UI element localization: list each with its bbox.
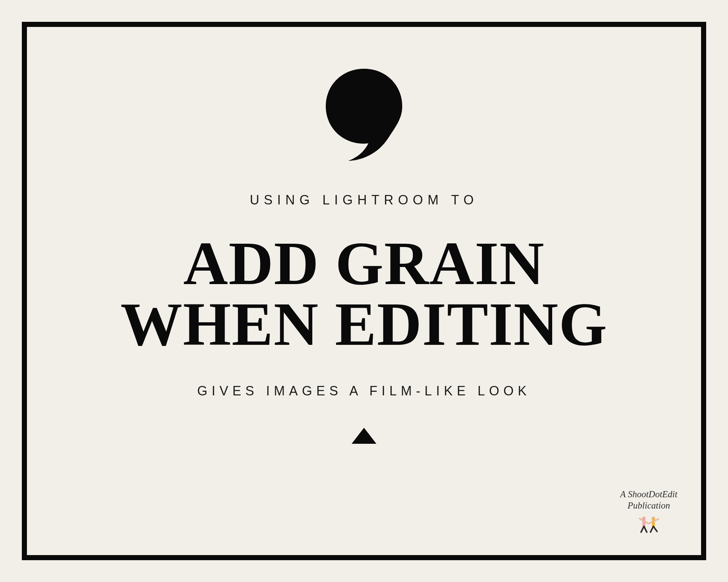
quote-mark-icon bbox=[322, 67, 406, 162]
kicker-text: USING LIGHTROOM TO bbox=[250, 192, 478, 208]
dancing-figures-icon bbox=[636, 515, 661, 535]
poster-frame: USING LIGHTROOM TO ADD GRAIN WHEN EDITIN… bbox=[22, 22, 706, 560]
tagline-text: GIVES IMAGES A FILM-LIKE LOOK bbox=[197, 383, 531, 399]
triangle-up-icon bbox=[352, 428, 376, 444]
credit-line-2: Publication bbox=[620, 500, 677, 511]
credit-block: A ShootDotEdit Publication bbox=[620, 489, 677, 535]
headline-line-1: ADD GRAIN bbox=[120, 233, 608, 294]
credit-text: A ShootDotEdit Publication bbox=[620, 489, 677, 511]
headline-line-2: WHEN EDITING bbox=[120, 294, 608, 355]
credit-line-1: A ShootDotEdit bbox=[620, 489, 677, 500]
headline: ADD GRAIN WHEN EDITING bbox=[120, 233, 608, 354]
poster-canvas: USING LIGHTROOM TO ADD GRAIN WHEN EDITIN… bbox=[0, 0, 728, 582]
